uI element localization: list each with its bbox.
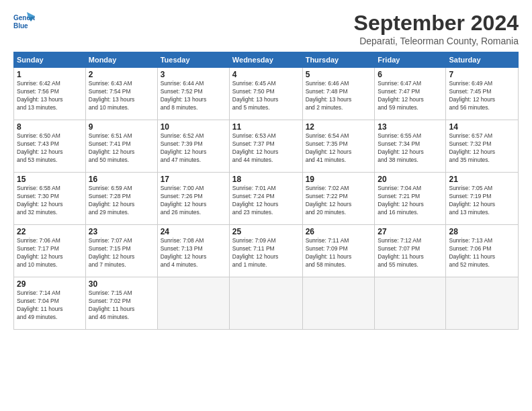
table-cell: 20Sunrise: 7:04 AM Sunset: 7:21 PM Dayli…: [375, 173, 446, 225]
logo: General Blue: [13, 11, 35, 30]
table-row: 29Sunrise: 7:14 AM Sunset: 7:04 PM Dayli…: [14, 277, 519, 330]
day-info: Sunrise: 7:05 AM Sunset: 7:19 PM Dayligh…: [449, 185, 515, 217]
day-info: Sunrise: 6:58 AM Sunset: 7:30 PM Dayligh…: [17, 185, 83, 217]
table-cell: 25Sunrise: 7:09 AM Sunset: 7:11 PM Dayli…: [229, 225, 302, 277]
day-number: 9: [89, 122, 154, 132]
day-info: Sunrise: 7:13 AM Sunset: 7:06 PM Dayligh…: [449, 237, 515, 269]
table-cell: 27Sunrise: 7:12 AM Sunset: 7:07 PM Dayli…: [375, 225, 446, 277]
day-info: Sunrise: 6:53 AM Sunset: 7:37 PM Dayligh…: [232, 132, 300, 165]
day-info: Sunrise: 6:44 AM Sunset: 7:52 PM Dayligh…: [161, 80, 226, 112]
table-cell: 10Sunrise: 6:52 AM Sunset: 7:39 PM Dayli…: [157, 120, 229, 173]
day-number: 28: [449, 227, 515, 236]
table-cell: 30Sunrise: 7:15 AM Sunset: 7:02 PM Dayli…: [85, 277, 157, 330]
table-cell: 19Sunrise: 7:02 AM Sunset: 7:22 PM Dayli…: [302, 173, 375, 225]
day-info: Sunrise: 6:54 AM Sunset: 7:35 PM Dayligh…: [306, 132, 372, 165]
day-info: Sunrise: 6:50 AM Sunset: 7:43 PM Dayligh…: [17, 132, 83, 165]
day-info: Sunrise: 6:49 AM Sunset: 7:45 PM Dayligh…: [449, 80, 515, 112]
col-tuesday: Tuesday: [157, 52, 229, 68]
table-cell: 17Sunrise: 7:00 AM Sunset: 7:26 PM Dayli…: [157, 173, 229, 225]
table-cell: 29Sunrise: 7:14 AM Sunset: 7:04 PM Dayli…: [14, 277, 86, 330]
day-number: 2: [89, 70, 154, 79]
title-area: September 2024 Deparati, Teleorman Count…: [354, 11, 519, 46]
day-number: 23: [89, 227, 154, 236]
table-cell: 8Sunrise: 6:50 AM Sunset: 7:43 PM Daylig…: [14, 120, 86, 173]
day-info: Sunrise: 7:11 AM Sunset: 7:09 PM Dayligh…: [306, 237, 372, 269]
page-title: September 2024: [354, 11, 519, 36]
day-info: Sunrise: 6:42 AM Sunset: 7:56 PM Dayligh…: [17, 80, 83, 112]
day-number: 17: [161, 175, 226, 184]
table-cell: 14Sunrise: 6:57 AM Sunset: 7:32 PM Dayli…: [446, 120, 519, 173]
day-info: Sunrise: 7:09 AM Sunset: 7:11 PM Dayligh…: [232, 237, 300, 269]
day-info: Sunrise: 7:07 AM Sunset: 7:15 PM Dayligh…: [89, 237, 154, 269]
table-cell: 21Sunrise: 7:05 AM Sunset: 7:19 PM Dayli…: [446, 173, 519, 225]
day-info: Sunrise: 7:15 AM Sunset: 7:02 PM Dayligh…: [89, 289, 154, 322]
table-cell: 11Sunrise: 6:53 AM Sunset: 7:37 PM Dayli…: [229, 120, 302, 173]
col-friday: Friday: [375, 52, 446, 68]
col-sunday: Sunday: [14, 52, 86, 68]
table-cell: 18Sunrise: 7:01 AM Sunset: 7:24 PM Dayli…: [229, 173, 302, 225]
day-info: Sunrise: 7:12 AM Sunset: 7:07 PM Dayligh…: [378, 237, 443, 269]
day-number: 19: [306, 175, 372, 184]
table-cell: 23Sunrise: 7:07 AM Sunset: 7:15 PM Dayli…: [85, 225, 157, 277]
day-number: 8: [17, 122, 83, 132]
day-info: Sunrise: 6:46 AM Sunset: 7:48 PM Dayligh…: [306, 80, 372, 112]
header: General Blue September 2024 Deparati, Te…: [13, 11, 519, 46]
day-number: 12: [306, 122, 372, 132]
day-number: 18: [232, 175, 300, 184]
table-cell: 28Sunrise: 7:13 AM Sunset: 7:06 PM Dayli…: [446, 225, 519, 277]
day-number: 25: [232, 227, 300, 236]
col-thursday: Thursday: [302, 52, 375, 68]
table-cell: 15Sunrise: 6:58 AM Sunset: 7:30 PM Dayli…: [14, 173, 86, 225]
day-info: Sunrise: 7:06 AM Sunset: 7:17 PM Dayligh…: [17, 237, 83, 269]
table-row: 8Sunrise: 6:50 AM Sunset: 7:43 PM Daylig…: [14, 120, 519, 173]
day-number: 5: [306, 70, 372, 79]
day-number: 15: [17, 175, 83, 184]
day-number: 26: [306, 227, 372, 236]
page: General Blue September 2024 Deparati, Te…: [0, 0, 532, 411]
day-number: 6: [378, 70, 443, 79]
col-wednesday: Wednesday: [229, 52, 302, 68]
day-info: Sunrise: 6:51 AM Sunset: 7:41 PM Dayligh…: [89, 132, 154, 165]
table-cell: [229, 277, 302, 330]
day-info: Sunrise: 7:08 AM Sunset: 7:13 PM Dayligh…: [161, 237, 226, 269]
table-cell: 6Sunrise: 6:47 AM Sunset: 7:47 PM Daylig…: [375, 68, 446, 120]
table-cell: 26Sunrise: 7:11 AM Sunset: 7:09 PM Dayli…: [302, 225, 375, 277]
table-cell: [375, 277, 446, 330]
table-cell: [446, 277, 519, 330]
table-row: 1Sunrise: 6:42 AM Sunset: 7:56 PM Daylig…: [14, 68, 519, 120]
day-info: Sunrise: 7:14 AM Sunset: 7:04 PM Dayligh…: [17, 289, 83, 322]
day-number: 3: [161, 70, 226, 79]
day-number: 21: [449, 175, 515, 184]
day-number: 4: [232, 70, 300, 79]
day-info: Sunrise: 6:57 AM Sunset: 7:32 PM Dayligh…: [449, 132, 515, 165]
table-cell: 16Sunrise: 6:59 AM Sunset: 7:28 PM Dayli…: [85, 173, 157, 225]
day-number: 7: [449, 70, 515, 79]
day-info: Sunrise: 6:52 AM Sunset: 7:39 PM Dayligh…: [161, 132, 226, 165]
day-number: 20: [378, 175, 443, 184]
day-number: 16: [89, 175, 154, 184]
day-number: 10: [161, 122, 226, 132]
day-info: Sunrise: 6:59 AM Sunset: 7:28 PM Dayligh…: [89, 185, 154, 217]
table-row: 15Sunrise: 6:58 AM Sunset: 7:30 PM Dayli…: [14, 173, 519, 225]
day-number: 13: [378, 122, 443, 132]
day-info: Sunrise: 6:47 AM Sunset: 7:47 PM Dayligh…: [378, 80, 443, 112]
table-cell: 5Sunrise: 6:46 AM Sunset: 7:48 PM Daylig…: [302, 68, 375, 120]
logo-icon: General Blue: [13, 11, 35, 30]
table-cell: [157, 277, 229, 330]
day-number: 1: [17, 70, 83, 79]
day-number: 27: [378, 227, 443, 236]
day-number: 24: [161, 227, 226, 236]
day-number: 11: [232, 122, 300, 132]
page-subtitle: Deparati, Teleorman County, Romania: [354, 36, 519, 46]
table-cell: 13Sunrise: 6:55 AM Sunset: 7:34 PM Dayli…: [375, 120, 446, 173]
day-info: Sunrise: 6:55 AM Sunset: 7:34 PM Dayligh…: [378, 132, 443, 165]
day-info: Sunrise: 7:04 AM Sunset: 7:21 PM Dayligh…: [378, 185, 443, 217]
table-cell: 1Sunrise: 6:42 AM Sunset: 7:56 PM Daylig…: [14, 68, 86, 120]
day-number: 29: [17, 279, 83, 289]
day-info: Sunrise: 6:43 AM Sunset: 7:54 PM Dayligh…: [89, 80, 154, 112]
day-info: Sunrise: 6:45 AM Sunset: 7:50 PM Dayligh…: [232, 80, 300, 112]
table-cell: 4Sunrise: 6:45 AM Sunset: 7:50 PM Daylig…: [229, 68, 302, 120]
col-monday: Monday: [85, 52, 157, 68]
day-number: 14: [449, 122, 515, 132]
table-cell: 2Sunrise: 6:43 AM Sunset: 7:54 PM Daylig…: [85, 68, 157, 120]
